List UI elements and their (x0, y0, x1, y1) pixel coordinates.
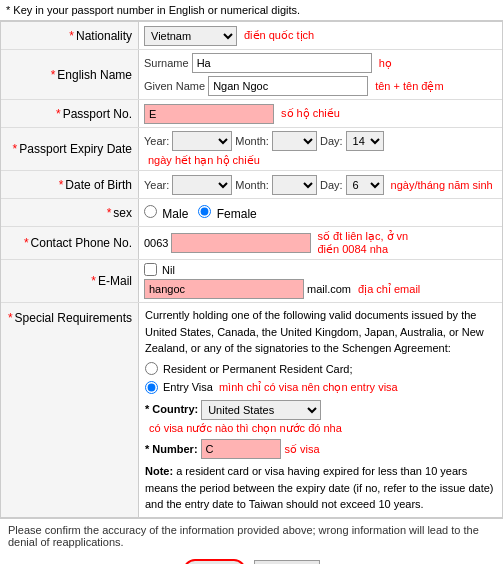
given-name-row: Given Name tên + tên đệm (144, 76, 497, 96)
dob-row: * Date of Birth Year: Month: Day: 6 ngày… (1, 171, 502, 199)
nationality-field: Vietnam United States Japan China Other … (139, 22, 502, 49)
nationality-label: * Nationality (1, 22, 139, 49)
email-label: * E-Mail (1, 260, 139, 302)
given-name-annotation: tên + tên đệm (375, 80, 443, 93)
surname-row: Surname họ (144, 53, 497, 73)
phone-label: * Contact Phone No. (1, 227, 139, 259)
sex-row: * sex Male Female (1, 199, 502, 227)
visa-number-row: * Number: số visa (145, 439, 496, 459)
sex-male-label[interactable]: Male (144, 205, 188, 221)
sex-label: * sex (1, 199, 139, 226)
nationality-row: * Nationality Vietnam United States Japa… (1, 22, 502, 50)
country-row: * Country: United States Canada United K… (145, 400, 496, 437)
english-name-row: * English Name Surname họ Given Name tên… (1, 50, 502, 100)
nil-checkbox[interactable] (144, 263, 157, 276)
email-input-row: mail.com địa chỉ email (144, 279, 497, 299)
entry-visa-radio[interactable] (145, 381, 158, 394)
dob-month-select[interactable] (272, 175, 317, 195)
dob-day-select[interactable]: 6 (346, 175, 384, 195)
sex-field: Male Female (139, 199, 502, 226)
passport-expiry-label: * Passport Expiry Date (1, 128, 139, 170)
resident-card-radio[interactable] (145, 362, 158, 375)
dob-field: Year: Month: Day: 6 ngày/tháng năm sinh (139, 171, 502, 198)
visa-number-annotation: số visa (285, 441, 320, 458)
next-button[interactable]: Next (183, 559, 245, 565)
email-annotation: địa chỉ email (358, 283, 420, 296)
sex-female-radio[interactable] (198, 205, 211, 218)
phone-prefix: 0063 (144, 237, 168, 249)
expiry-day-select[interactable]: 14 (346, 131, 384, 151)
form-container: * Nationality Vietnam United States Japa… (0, 21, 503, 518)
phone-row: * Contact Phone No. 0063 số đt liên lạc,… (1, 227, 502, 260)
email-field: Nil mail.com địa chỉ email (139, 260, 502, 302)
dob-label: * Date of Birth (1, 171, 139, 198)
country-annotation: có visa nước nào thì chọn nước đó nha (149, 420, 342, 437)
special-req-body: Currently holding one of the following v… (145, 307, 496, 357)
entry-visa-option: Entry Visa mình chỉ có visa nên chọn ent… (145, 379, 496, 396)
phone-annotation2: điền 0084 nha (317, 243, 408, 256)
english-name-field: Surname họ Given Name tên + tên đệm (139, 50, 502, 99)
special-req-note: Note: a resident card or visa having exp… (145, 463, 496, 513)
english-name-label: * English Name (1, 50, 139, 99)
nationality-select[interactable]: Vietnam United States Japan China Other (144, 26, 237, 46)
passport-no-field: số hộ chiều (139, 100, 502, 127)
nationality-annotation: điền quốc tịch (244, 29, 314, 42)
country-select[interactable]: United States Canada United Kingdom Japa… (201, 400, 321, 420)
expiry-annotation: ngày hết hạn hộ chiếu (148, 154, 260, 167)
dob-annotation: ngày/tháng năm sinh (391, 179, 493, 191)
special-req-row: * Special Requirements Currently holding… (1, 303, 502, 517)
sex-radio-group: Male Female (144, 205, 257, 221)
phone-annotation1: số đt liên lạc, ở vn (317, 230, 408, 243)
nil-row: Nil (144, 263, 497, 276)
given-name-input[interactable] (208, 76, 368, 96)
sex-male-radio[interactable] (144, 205, 157, 218)
expiry-year-select[interactable] (172, 131, 232, 151)
special-req-field: Currently holding one of the following v… (139, 303, 502, 517)
sex-female-label[interactable]: Female (198, 205, 256, 221)
phone-input[interactable] (171, 233, 311, 253)
passport-no-input[interactable] (144, 104, 274, 124)
bottom-note: Please confirm the accuracy of the infor… (0, 518, 503, 553)
button-row: Next Re-fill In (0, 553, 503, 565)
phone-field: 0063 số đt liên lạc, ở vn điền 0084 nha (139, 227, 502, 259)
passport-no-annotation: số hộ chiều (281, 107, 340, 120)
email-input[interactable] (144, 279, 304, 299)
entry-visa-annotation: mình chỉ có visa nên chọn entry visa (219, 379, 398, 396)
passport-no-label: * Passport No. (1, 100, 139, 127)
passport-expiry-row: * Passport Expiry Date Year: Month: Day:… (1, 128, 502, 171)
passport-expiry-field: Year: Month: Day: 14 ngày hết hạn hộ chi… (139, 128, 502, 170)
resident-card-option: Resident or Permanent Resident Card; (145, 361, 496, 378)
special-req-label: * Special Requirements (1, 303, 139, 517)
passport-no-row: * Passport No. số hộ chiều (1, 100, 502, 128)
top-note: * Key in your passport number in English… (0, 0, 503, 21)
email-row: * E-Mail Nil mail.com địa chỉ email (1, 260, 502, 303)
surname-annotation: họ (379, 57, 392, 70)
surname-input[interactable] (192, 53, 372, 73)
dob-year-select[interactable] (172, 175, 232, 195)
expiry-month-select[interactable] (272, 131, 317, 151)
visa-number-input[interactable] (201, 439, 281, 459)
refill-button[interactable]: Re-fill In (254, 560, 320, 565)
